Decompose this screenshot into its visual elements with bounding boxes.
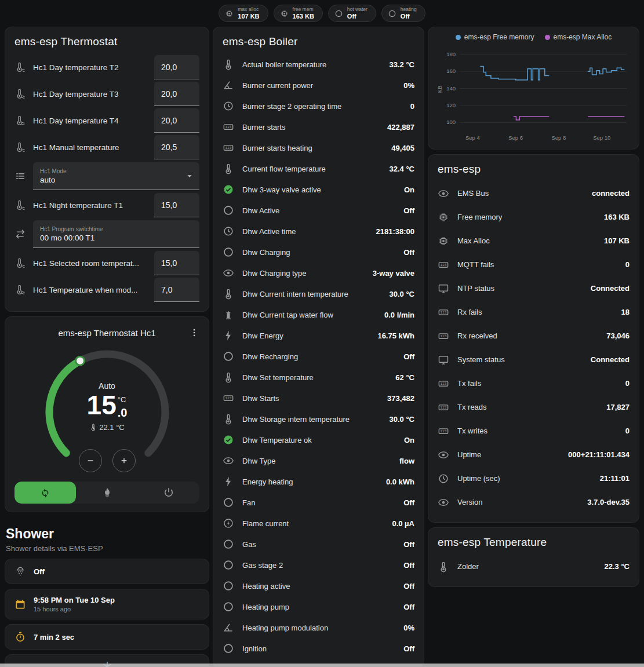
memory-history-chart[interactable]: 100120140160180Sep 4Sep 6Sep 8Sep 10KB [435,42,633,143]
legend-item[interactable]: ems-esp Max Alloc [545,33,612,41]
entity-row[interactable]: Energy heating 0.0 kWh [223,471,414,492]
svg-text:Sep 10: Sep 10 [593,134,610,141]
shower-last-card[interactable]: 9:58 PM on Tue 10 Sep 15 hours ago [5,589,209,619]
entity-row[interactable]: Dhw Charging Off [223,242,414,263]
entity-label: Rx received [457,331,598,340]
counter-icon [438,330,449,342]
value-input[interactable]: 20,0 [154,82,199,106]
card-menu-button[interactable] [185,324,203,341]
entity-row[interactable]: Tx reads 17,827 [438,395,630,419]
badge-value: 163 KB [293,13,314,20]
entity-row[interactable]: Dhw Temperature ok On [223,429,414,450]
entity-row[interactable]: Version 3.7.0-dev.35 [438,490,630,514]
entity-row[interactable]: Ignition Off [223,638,414,659]
value-field[interactable]: Hc1 Program switchtime 00 mo 00:00 T1 [33,220,199,248]
entity-row[interactable]: Uptime 000+21:11:01.434 [438,443,630,466]
entity-row[interactable]: Burner starts heating 49,405 [223,137,414,158]
entity-row[interactable]: Dhw Active time 2181:38:00 [223,221,414,242]
boiler-rows: Actual boiler temperature 33.2 °C Burner… [223,54,414,659]
entity-value: 73,046 [606,331,630,340]
entity-row[interactable]: Burner starts 422,887 [223,116,414,137]
list-icon [14,170,26,182]
svg-text:Sep 8: Sep 8 [551,134,566,141]
value-input[interactable]: 20,5 [154,135,199,159]
svg-text:Sep 6: Sep 6 [508,134,523,141]
entity-row[interactable]: Gas stage 2 Off [223,555,414,575]
thermostat-control-row: Hc1 Day temperature T2 20,0 Hc1 Day temp… [14,54,199,81]
entity-row[interactable]: Dhw Starts 373,482 [223,388,414,409]
entity-row[interactable]: Dhw Energy 16.75 kWh [223,325,414,346]
entity-row[interactable]: MQTT fails 0 [438,253,630,276]
hvac-mode-strip [14,482,199,504]
value-input[interactable]: 20,0 [154,108,199,133]
entity-value: Connected [591,284,630,293]
entity-row[interactable]: Rx fails 18 [438,300,630,324]
circle-o-icon [223,351,234,362]
entity-row[interactable]: Burner current power 0% [223,75,414,96]
entity-row[interactable]: Burner stage 2 operating time 0 [223,96,414,116]
temperature-decrease-button[interactable] [79,449,102,472]
entity-row[interactable]: Dhw Storage intern temperature 30.0 °C [223,409,414,429]
value-input[interactable]: 20,0 [154,55,199,79]
entity-row[interactable]: Dhw Current intern temperature 30.0 °C [223,283,414,304]
badge-value: Off [347,13,368,20]
timer-icon [14,631,26,643]
entity-row[interactable]: Actual boiler temperature 33.2 °C [223,54,414,75]
entity-row[interactable]: Dhw Current tap water flow 0.0 l/min [223,304,414,325]
entity-row[interactable]: Dhw Recharging Off [223,346,414,367]
entity-row[interactable]: Dhw 3-way valve active On [223,179,414,200]
entity-row[interactable]: Tx writes 0 [438,419,630,443]
entity-row[interactable]: EMS Bus connected [438,181,630,205]
entity-row[interactable]: Uptime (sec) 21:11:01 [438,466,630,490]
status-badge[interactable]: heating Off [381,5,425,22]
emsesp-card: ems-esp EMS Bus connected Free memory 16… [428,154,639,523]
horizontal-scrollbar[interactable] [0,664,644,667]
entity-row[interactable]: Heating pump modulation 0% [223,617,414,638]
hvac-mode-button[interactable] [138,482,199,504]
entity-row[interactable]: NTP status Connected [438,276,630,300]
entity-row[interactable]: Tx fails 0 [438,371,630,395]
entity-value: Off [403,206,414,215]
entity-row[interactable]: Dhw Set temperature 62 °C [223,367,414,388]
dashboard-layout: ems-esp Thermostat Hc1 Day temperature T… [0,27,644,667]
entity-row[interactable]: Dhw Type flow [223,450,414,471]
status-badge[interactable]: max alloc 107 KB [219,5,268,22]
temperature-increase-button[interactable] [112,449,136,472]
entity-row[interactable]: Dhw Charging type 3-way valve [223,263,414,283]
entity-label: Dhw Starts [242,394,379,403]
entity-row[interactable]: Flame current 0.0 µA [223,513,414,534]
entity-value: connected [592,189,630,198]
eye-icon [223,455,234,466]
entity-row[interactable]: System status Connected [438,348,630,371]
entity-row[interactable]: Fan Off [223,492,414,513]
entity-label: Uptime (sec) [457,474,592,483]
value-input[interactable]: 15,0 [154,251,199,275]
hvac-mode-button[interactable] [14,482,76,504]
shower-state-card[interactable]: Off [5,559,209,584]
entity-row[interactable]: Max Alloc 107 KB [438,229,630,253]
circle-o-icon [223,580,234,592]
entity-row[interactable]: Free memory 163 KB [438,205,630,229]
value-field[interactable]: Hc1 Mode auto [33,162,199,190]
circle-o-icon [223,559,234,571]
value-input[interactable]: 15,0 [154,193,199,217]
shower-duration-card[interactable]: 7 min 2 sec [5,624,209,650]
entity-row[interactable]: Current flow temperature 32.4 °C [223,158,414,179]
status-badge[interactable]: free mem 163 KB [274,5,323,22]
legend-item[interactable]: ems-esp Free memory [456,33,534,41]
entity-row[interactable]: Dhw Active Off [223,200,414,221]
hvac-mode-button[interactable] [76,482,137,504]
dial-handle[interactable] [75,356,84,365]
value-input[interactable]: 7,0 [154,278,199,302]
entity-row[interactable]: Gas Off [223,534,414,555]
clock-icon [223,225,234,237]
entity-row[interactable]: Heating pump Off [223,596,414,617]
entity-row[interactable]: Zolder 22.3 °C [438,555,630,578]
eye-icon [438,497,449,508]
thermostat-control-row: Hc1 Temperature when mod... 7,0 Hc1 Temp… [14,276,199,303]
entity-row[interactable]: Heating active Off [223,575,414,596]
card-title: ems-esp Temperature [438,536,630,549]
thermostat-control-row: Hc1 Night temperature T1 15,0 Hc1 Night … [14,192,199,218]
entity-row[interactable]: Rx received 73,046 [438,324,630,348]
status-badge[interactable]: hot water Off [328,5,376,22]
